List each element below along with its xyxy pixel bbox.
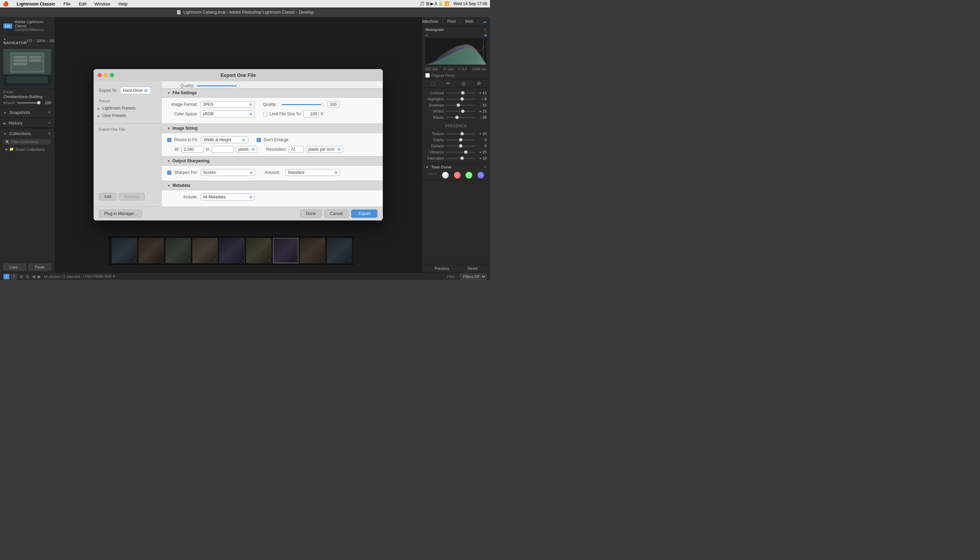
menubar-item-help[interactable]: Help xyxy=(117,2,129,7)
gear-tool-icon[interactable]: ⚙ xyxy=(477,81,481,86)
color-space-select[interactable]: sRGB ⊕ xyxy=(200,110,255,117)
quality-slider-top[interactable] xyxy=(197,83,238,88)
height-input[interactable] xyxy=(212,146,234,153)
main-layout: Lrc Adobe Lightroom Classic Danny%20Maio… xyxy=(0,17,490,273)
reset-btn[interactable]: Reset xyxy=(468,267,477,270)
saturation-slider[interactable] xyxy=(446,156,475,160)
filter-collections-input[interactable]: 🔍 xyxy=(3,139,51,145)
amount-slider[interactable] xyxy=(17,102,40,103)
slideshow-nav-item[interactable]: Slideshow xyxy=(420,19,438,24)
resolution-unit-select[interactable]: pixels per inch ⊕ xyxy=(306,146,343,153)
adjust-icon[interactable]: Adjust xyxy=(428,172,437,178)
list-view-icon[interactable]: ⊟ xyxy=(26,274,29,279)
limit-file-input[interactable] xyxy=(303,110,319,117)
page-2-btn[interactable]: 2 xyxy=(11,274,17,279)
filter-collections-field[interactable] xyxy=(11,140,49,144)
prev-arrow-icon[interactable]: ◀ xyxy=(32,274,35,279)
whites-slider[interactable] xyxy=(446,109,475,113)
plug-in-manager-btn[interactable]: Plug-in Manager... xyxy=(99,210,142,218)
lightroom-presets-item[interactable]: ▶ Lightroom Presets xyxy=(93,105,161,112)
limit-file-checkbox[interactable] xyxy=(263,112,267,117)
snapshots-header[interactable]: ▼ Snapshots + xyxy=(0,107,55,117)
resize-type-select[interactable]: Width & Height ⊕ xyxy=(201,137,248,143)
shadows-slider[interactable] xyxy=(446,103,475,107)
blue-wheel-icon[interactable] xyxy=(477,172,484,178)
quality-slider-inline[interactable] xyxy=(282,102,323,107)
brush-tool-icon[interactable]: ✏ xyxy=(447,81,450,86)
remove-preset-btn[interactable]: Remove xyxy=(119,193,145,200)
width-input[interactable] xyxy=(182,146,203,153)
navigator-preview[interactable] xyxy=(3,49,51,87)
grid-view-icon[interactable]: ⊞ xyxy=(20,274,23,279)
crop-tool-icon[interactable]: ⬚ xyxy=(431,81,435,86)
export-btn[interactable]: Export xyxy=(351,210,377,218)
green-wheel-icon[interactable] xyxy=(465,172,472,178)
histogram-area xyxy=(425,38,487,65)
file-settings-header[interactable]: ▼ File Settings xyxy=(162,88,383,98)
dehaze-slider[interactable] xyxy=(446,144,475,148)
collections-header[interactable]: ▼ Collections + xyxy=(0,128,55,138)
image-sizing-header[interactable]: ▼ Image Sizing xyxy=(162,123,383,133)
red-wheel-icon[interactable] xyxy=(454,172,461,178)
next-arrow-icon[interactable]: ▶ xyxy=(38,274,41,279)
menubar-item-lightroom[interactable]: Lightroom Classic xyxy=(15,2,57,7)
vibrance-slider[interactable] xyxy=(446,150,475,154)
sharpen-for-select[interactable]: Screen ⊕ xyxy=(201,169,255,176)
clarity-slider[interactable] xyxy=(446,138,475,142)
maximize-window-btn[interactable] xyxy=(110,73,114,77)
texture-slider[interactable] xyxy=(446,132,475,136)
export-to-select[interactable]: Hard Drive ⊕ xyxy=(120,87,151,94)
smart-collections-row[interactable]: ▶ 📁 Smart Collections xyxy=(0,146,55,152)
minimize-window-btn[interactable] xyxy=(104,73,108,77)
snapshots-add-btn[interactable]: + xyxy=(48,109,51,115)
copy-btn[interactable]: Copy... xyxy=(3,264,26,270)
units-select[interactable]: pixels ⊕ xyxy=(236,146,257,153)
tone-curve-header[interactable]: ▼ Tone Curve ▼ xyxy=(422,163,490,170)
add-preset-btn[interactable]: Add xyxy=(99,193,117,200)
paste-btn[interactable]: Paste xyxy=(28,264,51,270)
collections-add-btn[interactable]: + xyxy=(48,130,51,137)
original-photo-checkbox[interactable] xyxy=(425,73,430,78)
menubar-item-file[interactable]: File xyxy=(62,2,72,7)
resize-to-fit-checkbox[interactable]: ✓ xyxy=(167,138,172,142)
page-1-btn[interactable]: 1 xyxy=(3,274,10,279)
hist-left-arrow-icon[interactable]: ◀ xyxy=(425,33,427,37)
resolution-input[interactable] xyxy=(288,146,304,153)
contrast-slider[interactable] xyxy=(446,91,475,95)
w-label: W: xyxy=(175,147,179,152)
cancel-btn[interactable]: Cancel xyxy=(324,210,348,218)
highlights-slider[interactable] xyxy=(446,97,475,101)
white-wheel-icon[interactable] xyxy=(442,172,449,178)
sharpen-for-checkbox[interactable]: ✓ xyxy=(167,170,172,175)
cloud-icon[interactable]: ☁ xyxy=(483,19,487,24)
user-presets-item[interactable]: ▶ User Presets xyxy=(93,112,161,119)
history-header[interactable]: ▶ History × xyxy=(0,118,55,128)
dont-enlarge-checkbox[interactable]: ✓ xyxy=(257,138,261,142)
image-format-select[interactable]: JPEG ⊕ xyxy=(200,101,255,108)
previous-btn[interactable]: Previous xyxy=(435,267,449,270)
quality-value[interactable]: 100 xyxy=(327,101,339,108)
file-settings-triangle: ▼ xyxy=(167,91,170,95)
menubar-item-edit[interactable]: Edit xyxy=(77,2,87,7)
navigator-header[interactable]: ▼ Navigator FIT · 100% · 300% xyxy=(0,35,55,47)
filter-select[interactable]: Filters Off xyxy=(460,273,487,280)
blacks-slider[interactable] xyxy=(446,115,475,119)
modal-footer: Plug-in Manager... Done Cancel Export xyxy=(93,207,383,220)
close-window-btn[interactable] xyxy=(98,73,102,77)
histogram-header[interactable]: Histogram ▼ xyxy=(422,26,490,33)
eye-tool-icon[interactable]: ◎ xyxy=(462,81,465,86)
user-name[interactable]: Danny%20Maiorca xyxy=(15,28,51,32)
include-select[interactable]: All Metadata ⊕ xyxy=(200,193,255,200)
fit-btn[interactable]: FIT xyxy=(27,39,33,43)
zoom-100[interactable]: 100% xyxy=(36,39,46,43)
done-btn[interactable]: Done xyxy=(300,210,322,218)
apple-menu[interactable]: 🍎 xyxy=(3,1,8,7)
history-close-btn[interactable]: × xyxy=(48,120,51,125)
output-sharpening-header[interactable]: ▼ Output Sharpening xyxy=(162,156,383,166)
menubar-item-window[interactable]: Window xyxy=(93,2,112,7)
amount-select[interactable]: Standard ⊕ xyxy=(285,169,340,176)
print-nav-item[interactable]: Print xyxy=(447,19,456,24)
hist-right-arrow-icon[interactable]: ▶ xyxy=(485,33,487,37)
metadata-header[interactable]: ▼ Metadata xyxy=(162,181,383,190)
web-nav-item[interactable]: Web xyxy=(465,19,473,24)
